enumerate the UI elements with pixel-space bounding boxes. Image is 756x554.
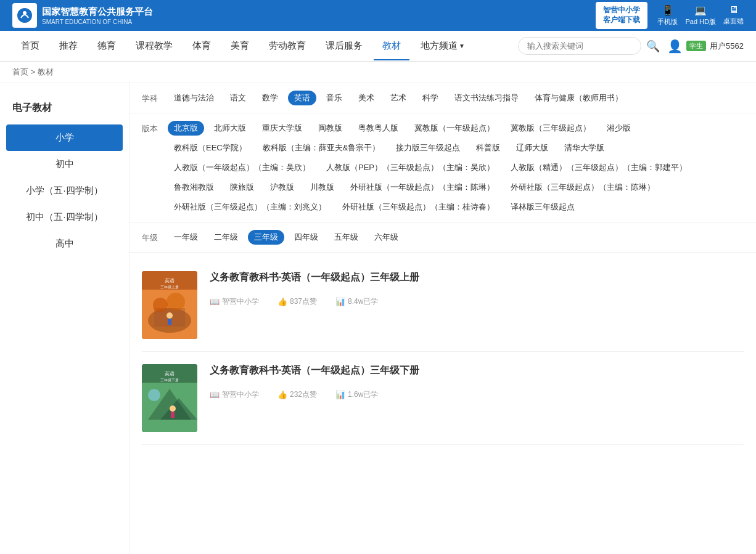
subject-filter-row: 学科 道德与法治 语文 数学 英语 音乐 美术 艺术 科学 语文书法练习指导 体… (142, 91, 744, 105)
svg-point-18 (148, 389, 160, 401)
nav-local[interactable]: 地方频道 ▼ (412, 31, 474, 60)
subject-pe[interactable]: 体育与健康（教师用书） (528, 91, 629, 105)
book-cover-1[interactable]: 英语 三年级上册 (142, 271, 197, 339)
edition-kp[interactable]: 科普版 (470, 141, 506, 155)
book-cover-2[interactable]: 英语 三年级下册 (142, 364, 197, 432)
book-meta-2: 📖 智营中小学 👍 232点赞 📊 1.6w已学 (210, 389, 744, 400)
edition-ji1[interactable]: 冀教版（一年级起点） (408, 121, 501, 136)
book-list: 英语 三年级上册 义务教育教科书·英语（一年级起点）三年级上册 (129, 253, 756, 451)
edition-yilin[interactable]: 译林版三年级起点 (504, 200, 581, 214)
edition-beijing[interactable]: 北京版 (168, 121, 204, 136)
grade-4[interactable]: 四年级 (288, 230, 324, 245)
grade-5[interactable]: 五年级 (328, 230, 364, 245)
subject-label: 学科 (142, 91, 160, 104)
edition-rj1[interactable]: 人教版（一年级起点）（主编：吴欣） (168, 160, 316, 175)
edition-filter-row: 版本 北京版 北师大版 重庆大学版 闽教版 粤教粤人版 冀教版（一年级起点） 冀… (142, 121, 744, 136)
book-info-1: 义务教育教科书·英语（一年级起点）三年级上册 📖 智营中小学 👍 837点赞 📊 (210, 271, 744, 307)
edition-xiang[interactable]: 湘少版 (601, 121, 637, 136)
subject-science[interactable]: 科学 (416, 91, 445, 105)
edition-qh[interactable]: 清华大学版 (558, 141, 610, 155)
grade-filter-row: 年级 一年级 二年级 三年级 四年级 五年级 六年级 (142, 230, 744, 245)
svg-point-1 (23, 11, 27, 15)
subject-arts[interactable]: 艺术 (384, 91, 413, 105)
book-item: 英语 三年级上册 义务教育教科书·英语（一年级起点）三年级上册 (142, 259, 744, 352)
nav-course[interactable]: 课程教学 (127, 31, 181, 60)
sidebar-item-high[interactable]: 高中 (0, 230, 129, 257)
nav-moral[interactable]: 德育 (89, 31, 125, 60)
edition-kj-eec[interactable]: 教科版（EEC学院） (168, 141, 253, 155)
nav-afterschool[interactable]: 课后服务 (317, 31, 371, 60)
top-header: 国家智慧教育公共服务平台 SMART EDUCATION OF CHINA 智营… (0, 0, 756, 31)
learner-icon-2: 📊 (335, 390, 345, 399)
pad-icon: 💻 (694, 4, 707, 16)
svg-rect-11 (168, 319, 171, 325)
edition-tags3: 人教版（一年级起点）（主编：吴欣） 人教版（PEP）（三年级起点）（主编：吴欣）… (168, 160, 744, 175)
edition-wy-liu[interactable]: 外研社版（三年级起点）（主编：刘兆义） (168, 200, 332, 214)
subject-calligraphy[interactable]: 语文书法练习指导 (448, 91, 525, 105)
edition-wy1[interactable]: 外研社版（一年级起点）（主编：陈琳） (344, 180, 501, 195)
device-mobile[interactable]: 📱 手机版 (657, 4, 678, 26)
grade-2[interactable]: 二年级 (208, 230, 244, 245)
nav-art[interactable]: 美育 (222, 31, 258, 60)
subject-fineart[interactable]: 美术 (352, 91, 380, 105)
edition-filter-row2: 教科版（EEC学院） 教科版（主编：薛亚夫&鲁宗干） 接力版三年级起点 科普版 … (142, 141, 744, 155)
book-likes-1: 👍 837点赞 (277, 296, 317, 307)
sidebar-item-middle[interactable]: 初中 (0, 151, 129, 177)
edition-rj-jt[interactable]: 人教版（精通）（三年级起点）（主编：郭建平） (504, 160, 693, 175)
edition-filter-row5: 外研社版（三年级起点）（主编：刘兆义） 外研社版（三年级起点）（主编：桂诗春） … (142, 200, 744, 214)
grade-6[interactable]: 六年级 (368, 230, 405, 245)
edition-rj-pep[interactable]: 人教版（PEP）（三年级起点）（主编：吴欣） (320, 160, 501, 175)
grade-tags: 一年级 二年级 三年级 四年级 五年级 六年级 (168, 230, 744, 245)
subject-moral[interactable]: 道德与法治 (168, 91, 220, 105)
book-title-1[interactable]: 义务教育教科书·英语（一年级起点）三年级上册 (210, 271, 744, 284)
nav-home[interactable]: 首页 (12, 31, 48, 60)
edition-label-empty4 (142, 200, 160, 202)
breadcrumb-home[interactable]: 首页 (12, 67, 28, 76)
nav-textbook[interactable]: 教材 (374, 31, 409, 60)
edition-yue[interactable]: 粤教粤人版 (352, 121, 405, 136)
download-button[interactable]: 智营中小学 客户端下载 (596, 2, 647, 28)
sidebar-item-primary[interactable]: 小学 (6, 124, 123, 151)
search-input[interactable] (518, 37, 641, 55)
desktop-icon: 🖥 (729, 4, 739, 15)
subject-chinese[interactable]: 语文 (224, 91, 252, 105)
svg-point-10 (166, 312, 173, 319)
edition-shan[interactable]: 陕旅版 (224, 180, 260, 195)
edition-min[interactable]: 闽教版 (312, 121, 348, 136)
nav-recommend[interactable]: 推荐 (51, 31, 86, 60)
edition-hu[interactable]: 沪教版 (264, 180, 300, 195)
sidebar-item-primary-54[interactable]: 小学（五·四学制） (0, 177, 129, 204)
nav-sport[interactable]: 体育 (184, 31, 220, 60)
edition-jl[interactable]: 接力版三年级起点 (390, 141, 466, 155)
sidebar-item-middle-54[interactable]: 初中（五·四学制） (0, 204, 129, 230)
edition-lu[interactable]: 鲁教湘教版 (168, 180, 220, 195)
edition-liao[interactable]: 辽师大版 (510, 141, 554, 155)
edition-tags: 北京版 北师大版 重庆大学版 闽教版 粤教粤人版 冀教版（一年级起点） 冀教版（… (168, 121, 744, 136)
edition-wy3[interactable]: 外研社版（三年级起点）（主编：陈琳） (504, 180, 661, 195)
svg-point-8 (153, 298, 168, 312)
edition-kj-xue[interactable]: 教科版（主编：薛亚夫&鲁宗干） (257, 141, 387, 155)
edition-chuan[interactable]: 川教版 (304, 180, 340, 195)
device-pad[interactable]: 💻 Pad HD版 (685, 4, 716, 26)
svg-point-19 (170, 405, 176, 412)
subject-tags: 道德与法治 语文 数学 英语 音乐 美术 艺术 科学 语文书法练习指导 体育与健… (168, 91, 744, 105)
subject-english[interactable]: 英语 (288, 91, 316, 105)
svg-text:英语: 英语 (165, 371, 175, 377)
user-name: 用户5562 (710, 41, 744, 52)
edition-ji3[interactable]: 冀教版（三年级起点） (504, 121, 597, 136)
edition-cqu[interactable]: 重庆大学版 (256, 121, 308, 136)
subject-math[interactable]: 数学 (256, 91, 284, 105)
main-nav: 首页 推荐 德育 课程教学 体育 美育 劳动教育 课后服务 教材 地方频道 ▼ … (0, 31, 756, 62)
grade-3[interactable]: 三年级 (248, 230, 284, 245)
edition-wy-gui[interactable]: 外研社版（三年级起点）（主编：桂诗春） (336, 200, 501, 214)
nav-labor[interactable]: 劳动教育 (260, 31, 314, 60)
book-title-2[interactable]: 义务教育教科书·英语（一年级起点）三年级下册 (210, 364, 744, 377)
edition-bsd[interactable]: 北师大版 (208, 121, 252, 136)
grade-1[interactable]: 一年级 (168, 230, 204, 245)
edition-label-empty (142, 141, 160, 143)
search-button[interactable]: 🔍 (646, 39, 660, 53)
device-desktop[interactable]: 🖥 桌面端 (723, 4, 744, 26)
subject-music[interactable]: 音乐 (320, 91, 348, 105)
user-area: 👤 学生 用户5562 (667, 39, 744, 54)
book-learners-1: 📊 8.4w已学 (335, 296, 378, 307)
